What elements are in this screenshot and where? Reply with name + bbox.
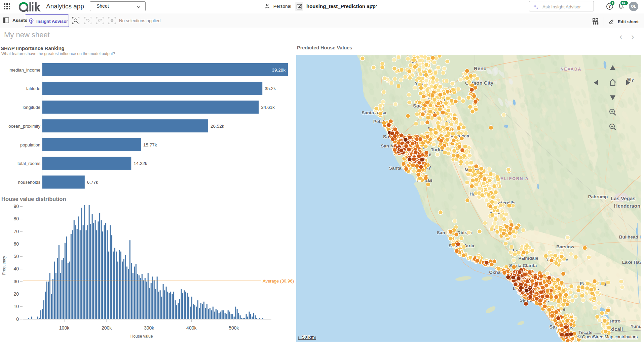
svg-text:House value: House value <box>130 334 153 339</box>
svg-text:Reno: Reno <box>474 66 487 71</box>
svg-text:Ely: Ely <box>627 77 634 82</box>
svg-text:20: 20 <box>13 291 19 297</box>
svg-text:median_income: median_income <box>9 68 40 73</box>
svg-text:15.77k: 15.77k <box>143 142 157 147</box>
svg-text:0: 0 <box>16 316 19 322</box>
svg-text:6.77k: 6.77k <box>87 180 98 185</box>
svg-text:400k: 400k <box>186 325 197 331</box>
svg-text:10: 10 <box>13 304 19 309</box>
svg-text:longitude: longitude <box>23 105 40 110</box>
svg-text:80: 80 <box>13 216 19 221</box>
svg-text:34.61k: 34.61k <box>261 105 275 110</box>
svg-text:ocean_proximity: ocean_proximity <box>8 124 40 129</box>
svg-text:50: 50 <box>13 254 19 259</box>
svg-text:Henderson: Henderson <box>614 203 640 209</box>
svg-text:40: 40 <box>13 266 19 271</box>
svg-text:Lake Havasu: Lake Havasu <box>622 260 641 265</box>
svg-text:500k: 500k <box>229 325 239 331</box>
svg-text:14.22k: 14.22k <box>134 161 147 166</box>
svg-text:100k: 100k <box>59 325 70 331</box>
svg-text:+: + <box>611 109 613 114</box>
svg-text:50 km: 50 km <box>302 335 315 340</box>
svg-text:Bullhead City: Bullhead City <box>619 234 641 240</box>
svg-text:Barstow: Barstow <box>556 244 574 249</box>
svg-text:35.2k: 35.2k <box>265 86 276 91</box>
svg-text:SHAP Importance Ranking: SHAP Importance Ranking <box>1 45 65 51</box>
svg-text:Pahrump: Pahrump <box>588 194 608 199</box>
svg-text:90: 90 <box>13 204 19 209</box>
svg-text:70: 70 <box>13 229 19 234</box>
svg-text:What features have the greates: What features have the greatest influenc… <box>1 51 115 56</box>
svg-text:−: − <box>611 124 613 129</box>
svg-text:population: population <box>20 142 40 147</box>
svg-text:26.52k: 26.52k <box>211 124 224 129</box>
svg-text:300k: 300k <box>144 325 154 331</box>
svg-text:30: 30 <box>13 279 19 284</box>
svg-text:© OpenStreetMap contributors: © OpenStreetMap contributors <box>577 334 638 339</box>
svg-text:latitude: latitude <box>26 86 40 91</box>
svg-text:NEVADA: NEVADA <box>561 67 582 72</box>
svg-text:Las Vegas: Las Vegas <box>611 196 635 201</box>
svg-text:39.28k: 39.28k <box>272 68 286 73</box>
svg-text:Frequency: Frequency <box>2 256 6 275</box>
svg-text:CALIFORNIA: CALIFORNIA <box>497 176 529 181</box>
svg-text:60: 60 <box>13 241 19 247</box>
svg-text:total_rooms: total_rooms <box>17 161 40 166</box>
svg-text:200k: 200k <box>102 325 112 331</box>
svg-text:households: households <box>18 180 41 185</box>
svg-text:Average (30.96): Average (30.96) <box>263 278 294 284</box>
svg-text:Yuma: Yuma <box>631 324 641 329</box>
svg-text:House value distribution: House value distribution <box>1 196 66 202</box>
